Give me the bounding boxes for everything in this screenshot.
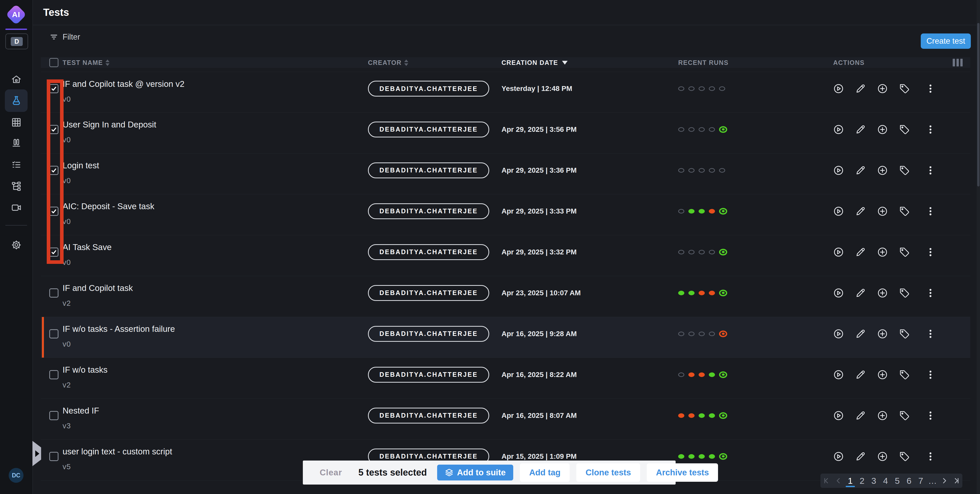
row-checkbox[interactable] <box>49 84 59 93</box>
row-checkbox[interactable] <box>49 166 59 175</box>
sidebar-item-recordings[interactable] <box>0 202 32 213</box>
tag-button[interactable] <box>899 83 910 94</box>
clone-tests-button[interactable]: Clone tests <box>576 463 640 482</box>
test-name[interactable]: Login test <box>62 161 99 171</box>
filter-button[interactable]: Filter <box>49 32 80 41</box>
more-actions-button[interactable] <box>925 369 936 380</box>
edit-test-button[interactable] <box>855 328 866 339</box>
add-to-suite-row-button[interactable] <box>877 83 888 94</box>
sidebar-item-home[interactable] <box>0 74 32 85</box>
edit-test-button[interactable] <box>855 206 866 217</box>
test-name[interactable]: Nested IF <box>62 406 99 416</box>
add-to-suite-button[interactable]: Add to suite <box>437 465 514 480</box>
first-page-button[interactable] <box>821 475 833 487</box>
add-to-suite-row-button[interactable] <box>877 410 888 421</box>
run-test-button[interactable] <box>833 124 844 135</box>
run-test-button[interactable] <box>833 83 844 94</box>
edit-test-button[interactable] <box>855 247 866 258</box>
tag-button[interactable] <box>899 165 910 176</box>
sidebar-item-settings[interactable] <box>0 240 32 250</box>
sidebar-item-data-tables[interactable] <box>0 117 32 128</box>
run-test-button[interactable] <box>833 369 844 380</box>
row-checkbox[interactable] <box>49 370 59 379</box>
add-to-suite-row-button[interactable] <box>877 451 888 462</box>
more-actions-button[interactable] <box>925 328 936 339</box>
add-to-suite-row-button[interactable] <box>877 206 888 217</box>
more-actions-button[interactable] <box>925 124 936 135</box>
page-number-5[interactable]: 5 <box>891 475 903 487</box>
tag-button[interactable] <box>899 328 910 339</box>
add-to-suite-row-button[interactable] <box>877 328 888 339</box>
run-test-button[interactable] <box>833 288 844 298</box>
run-test-button[interactable] <box>833 328 844 339</box>
run-test-button[interactable] <box>833 206 844 217</box>
select-all-checkbox[interactable] <box>49 58 59 67</box>
add-to-suite-row-button[interactable] <box>877 247 888 258</box>
row-checkbox[interactable] <box>49 247 59 257</box>
test-name[interactable]: IF and Copilot task @ version v2 <box>62 79 185 89</box>
more-actions-button[interactable] <box>925 247 936 258</box>
page-number-6[interactable]: 6 <box>903 475 915 487</box>
edit-test-button[interactable] <box>855 165 866 176</box>
test-name[interactable]: user login text - custom script <box>62 447 172 456</box>
table-row[interactable]: IF w/o tasks v2 DEBADITYA.CHATTERJEE Apr… <box>41 358 970 399</box>
run-test-button[interactable] <box>833 165 844 176</box>
more-actions-button[interactable] <box>925 206 936 217</box>
test-name[interactable]: IF and Copilot task <box>62 283 133 293</box>
create-test-button[interactable]: Create test <box>921 33 971 49</box>
tag-button[interactable] <box>899 451 910 462</box>
page-number-1[interactable]: 1 <box>845 475 856 487</box>
edit-test-button[interactable] <box>855 410 866 421</box>
column-test-name[interactable]: TEST NAME <box>62 59 368 66</box>
table-row[interactable]: Login test v0 DEBADITYA.CHATTERJEE Apr 2… <box>41 153 970 194</box>
row-checkbox[interactable] <box>49 411 59 420</box>
more-actions-button[interactable] <box>925 410 936 421</box>
last-page-button[interactable] <box>950 475 962 487</box>
row-checkbox[interactable] <box>49 452 59 461</box>
column-creator[interactable]: CREATOR <box>368 59 501 66</box>
run-test-button[interactable] <box>833 247 844 258</box>
row-checkbox[interactable] <box>49 288 59 298</box>
sidebar-item-checklist[interactable] <box>0 159 32 170</box>
add-tag-button[interactable]: Add tag <box>520 463 570 482</box>
next-page-button[interactable] <box>939 475 950 487</box>
test-name[interactable]: AI Task Save <box>62 242 111 252</box>
add-to-suite-row-button[interactable] <box>877 124 888 135</box>
archive-tests-button[interactable]: Archive tests <box>647 463 718 482</box>
test-name[interactable]: IF w/o tasks - Assertion failure <box>62 324 175 334</box>
test-name[interactable]: AIC: Deposit - Save task <box>62 202 154 211</box>
table-row[interactable]: Nested IF v3 DEBADITYA.CHATTERJEE Apr 16… <box>41 399 970 440</box>
page-number-7[interactable]: 7 <box>915 475 927 487</box>
table-row[interactable]: AI Task Save v0 DEBADITYA.CHATTERJEE Apr… <box>41 235 970 276</box>
table-row[interactable]: IF and Copilot task v2 DEBADITYA.CHATTER… <box>41 276 970 317</box>
column-creation-date[interactable]: CREATION DATE <box>501 59 678 66</box>
edit-test-button[interactable] <box>855 369 866 380</box>
prev-page-button[interactable] <box>833 475 845 487</box>
run-test-button[interactable] <box>833 451 844 462</box>
page-number-2[interactable]: 2 <box>856 475 868 487</box>
scrollbar-thumb[interactable] <box>977 23 980 186</box>
user-avatar[interactable]: DC <box>9 468 24 483</box>
workspace-switcher[interactable]: D <box>5 33 28 49</box>
table-row[interactable]: IF and Copilot task @ version v2 v0 DEBA… <box>41 72 970 113</box>
add-to-suite-row-button[interactable] <box>877 288 888 298</box>
page-number-3[interactable]: 3 <box>868 475 880 487</box>
run-test-button[interactable] <box>833 410 844 421</box>
test-name[interactable]: User Sign In and Deposit <box>62 120 156 129</box>
tag-button[interactable] <box>899 288 910 298</box>
sidebar-item-workflow[interactable] <box>0 181 32 191</box>
row-checkbox[interactable] <box>49 207 59 216</box>
sidebar-item-test-tubes[interactable] <box>0 138 32 149</box>
more-actions-button[interactable] <box>925 288 936 298</box>
tag-button[interactable] <box>899 247 910 258</box>
add-to-suite-row-button[interactable] <box>877 165 888 176</box>
edit-test-button[interactable] <box>855 83 866 94</box>
app-logo[interactable]: AI <box>8 6 24 23</box>
row-checkbox[interactable] <box>49 125 59 134</box>
tag-button[interactable] <box>899 206 910 217</box>
tag-button[interactable] <box>899 410 910 421</box>
tag-button[interactable] <box>899 124 910 135</box>
column-settings-icon[interactable] <box>953 59 963 66</box>
table-row[interactable]: User Sign In and Deposit v0 DEBADITYA.CH… <box>41 113 970 153</box>
add-to-suite-row-button[interactable] <box>877 369 888 380</box>
